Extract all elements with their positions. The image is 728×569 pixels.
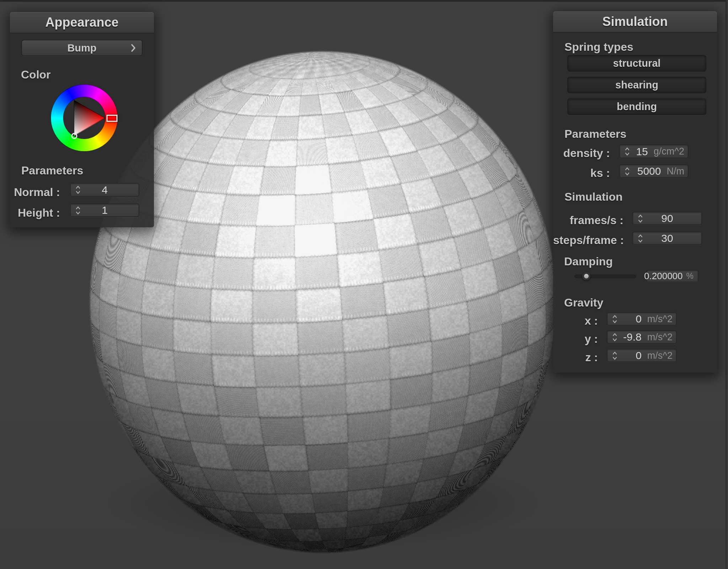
gravity-z-value: 0: [636, 349, 642, 362]
frames-label: frames/s :: [553, 214, 623, 227]
height-spinner[interactable]: [74, 204, 82, 216]
damping-value-box[interactable]: 0.200000 %: [646, 270, 698, 282]
spin-down-icon[interactable]: [612, 338, 617, 342]
spin-down-icon[interactable]: [638, 220, 643, 223]
density-value: 15: [636, 146, 648, 158]
density-label: density :: [553, 147, 610, 160]
bending-button-label: bending: [617, 101, 657, 112]
steps-input[interactable]: 30: [632, 232, 702, 245]
gravity-x-input[interactable]: 0 m/s^2: [607, 312, 677, 326]
gravity-y-spinner[interactable]: [610, 331, 619, 343]
steps-spinner[interactable]: [636, 232, 644, 244]
spin-up-icon[interactable]: [612, 351, 617, 355]
ks-label: ks :: [553, 167, 610, 180]
color-wheel[interactable]: [47, 81, 122, 155]
frames-spinner[interactable]: [636, 212, 644, 224]
simulation-window: Simulation Spring types structural shear…: [553, 11, 717, 373]
structural-button-label: structural: [613, 58, 661, 69]
density-unit: g/cm^2: [654, 146, 684, 157]
normal-label: Normal :: [10, 186, 60, 199]
ks-spinner[interactable]: [623, 165, 631, 177]
gravity-y-label: y :: [553, 332, 598, 346]
spin-down-icon[interactable]: [625, 152, 630, 156]
normal-value: 4: [102, 184, 108, 196]
gravity-z-input[interactable]: 0 m/s^2: [607, 349, 677, 362]
simulation-parameters-label: Parameters: [564, 128, 626, 140]
spin-down-icon[interactable]: [75, 191, 81, 194]
spin-up-icon[interactable]: [612, 333, 617, 336]
spin-up-icon[interactable]: [638, 214, 643, 218]
ks-input[interactable]: 5000 N/m: [619, 164, 689, 178]
spin-down-icon[interactable]: [75, 211, 81, 215]
steps-value: 30: [661, 232, 673, 244]
ks-unit: N/m: [667, 166, 685, 177]
normal-input[interactable]: 4: [70, 183, 139, 197]
spin-up-icon[interactable]: [75, 185, 81, 189]
spin-down-icon[interactable]: [625, 172, 630, 176]
damping-slider-knob[interactable]: [582, 272, 590, 280]
gravity-label: Gravity: [564, 297, 603, 308]
height-label: Height :: [10, 206, 60, 220]
spin-down-icon[interactable]: [612, 357, 617, 360]
frames-value: 90: [661, 212, 673, 224]
app-viewport: Appearance Bump Color Parameters Normal …: [0, 0, 728, 569]
frames-input[interactable]: 90: [632, 212, 702, 225]
density-spinner[interactable]: [623, 145, 631, 158]
shearing-toggle-button[interactable]: shearing: [567, 77, 706, 93]
shearing-button-label: shearing: [615, 79, 658, 91]
spin-up-icon[interactable]: [625, 167, 630, 170]
spin-up-icon[interactable]: [612, 315, 617, 318]
density-input[interactable]: 15 g/cm^2: [619, 145, 689, 158]
spring-types-label: Spring types: [564, 41, 633, 53]
shader-popup-button[interactable]: Bump: [21, 40, 143, 56]
gravity-x-unit: m/s^2: [647, 314, 673, 325]
gravity-y-input[interactable]: -9.8 m/s^2: [607, 330, 677, 344]
gravity-z-label: z :: [553, 351, 598, 364]
spin-up-icon[interactable]: [625, 147, 630, 151]
simulation-window-title: Simulation: [553, 11, 717, 32]
spin-up-icon[interactable]: [75, 206, 81, 210]
gravity-z-spinner[interactable]: [610, 349, 619, 362]
height-value: 1: [102, 204, 108, 216]
gravity-x-value: 0: [636, 313, 642, 325]
gravity-y-unit: m/s^2: [647, 332, 673, 343]
structural-toggle-button[interactable]: structural: [567, 55, 706, 72]
appearance-window-header[interactable]: Appearance: [10, 12, 154, 33]
gravity-y-value: -9.8: [623, 331, 642, 343]
appearance-window-title: Appearance: [10, 12, 154, 33]
simulation-window-header[interactable]: Simulation: [553, 11, 717, 33]
gravity-x-spinner[interactable]: [610, 313, 619, 325]
ks-value: 5000: [637, 165, 661, 177]
gravity-z-unit: m/s^2: [647, 350, 673, 361]
appearance-parameters-label: Parameters: [21, 165, 83, 176]
bending-toggle-button[interactable]: bending: [567, 98, 706, 115]
steps-label: steps/frame :: [553, 234, 623, 247]
spin-down-icon[interactable]: [612, 320, 617, 324]
gravity-x-label: x :: [553, 314, 598, 327]
color-section-label: Color: [21, 69, 51, 80]
height-input[interactable]: 1: [70, 204, 139, 217]
simulation-section-label: Simulation: [564, 191, 623, 202]
damping-unit: %: [686, 271, 694, 281]
appearance-window: Appearance Bump Color Parameters Normal …: [10, 12, 154, 227]
chevron-right-icon: [130, 43, 136, 53]
shader-popup-label: Bump: [67, 42, 96, 54]
spin-up-icon[interactable]: [638, 234, 643, 238]
damping-value: 0.200000: [644, 271, 682, 282]
damping-label: Damping: [564, 256, 613, 267]
normal-spinner[interactable]: [74, 184, 82, 196]
spin-down-icon[interactable]: [638, 239, 643, 243]
